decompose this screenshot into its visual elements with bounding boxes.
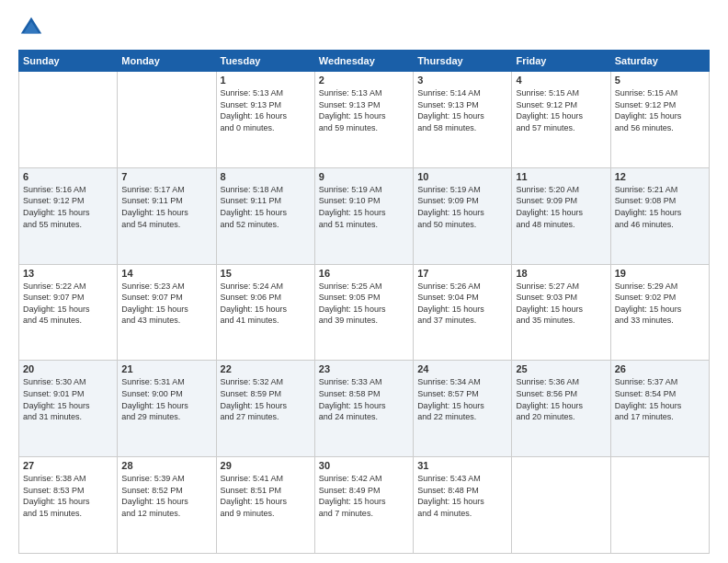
day-number: 11 xyxy=(516,171,606,182)
day-number: 30 xyxy=(319,460,409,471)
cell-content: Sunrise: 5:33 AM Sunset: 8:58 PM Dayligh… xyxy=(319,376,409,422)
calendar-cell: 18Sunrise: 5:27 AM Sunset: 9:03 PM Dayli… xyxy=(512,264,610,361)
day-number: 9 xyxy=(319,171,409,182)
day-number: 26 xyxy=(615,363,705,374)
day-number: 24 xyxy=(417,363,507,374)
cell-content: Sunrise: 5:17 AM Sunset: 9:11 PM Dayligh… xyxy=(121,184,211,230)
day-number: 27 xyxy=(23,460,113,471)
day-number: 15 xyxy=(221,268,311,279)
day-number: 17 xyxy=(417,268,507,279)
day-header-row: SundayMondayTuesdayWednesdayThursdayFrid… xyxy=(19,51,710,72)
calendar-cell: 19Sunrise: 5:29 AM Sunset: 9:02 PM Dayli… xyxy=(610,264,709,361)
calendar-cell xyxy=(118,72,216,168)
cell-content: Sunrise: 5:36 AM Sunset: 8:56 PM Dayligh… xyxy=(516,376,606,422)
day-number: 28 xyxy=(121,460,211,471)
cell-content: Sunrise: 5:13 AM Sunset: 9:13 PM Dayligh… xyxy=(221,87,311,133)
cell-content: Sunrise: 5:37 AM Sunset: 8:54 PM Dayligh… xyxy=(615,376,705,422)
day-number: 13 xyxy=(23,268,113,279)
cell-content: Sunrise: 5:24 AM Sunset: 9:06 PM Dayligh… xyxy=(221,281,311,327)
calendar-cell: 5Sunrise: 5:15 AM Sunset: 9:12 PM Daylig… xyxy=(610,72,709,168)
calendar-cell: 30Sunrise: 5:42 AM Sunset: 8:49 PM Dayli… xyxy=(314,457,413,554)
day-number: 18 xyxy=(516,268,606,279)
calendar-cell: 17Sunrise: 5:26 AM Sunset: 9:04 PM Dayli… xyxy=(414,264,512,361)
cell-content: Sunrise: 5:43 AM Sunset: 8:48 PM Dayligh… xyxy=(417,473,507,519)
calendar-cell: 20Sunrise: 5:30 AM Sunset: 9:01 PM Dayli… xyxy=(19,361,118,457)
week-row-4: 20Sunrise: 5:30 AM Sunset: 9:01 PM Dayli… xyxy=(19,361,710,457)
week-row-5: 27Sunrise: 5:38 AM Sunset: 8:53 PM Dayli… xyxy=(19,457,710,554)
week-row-3: 13Sunrise: 5:22 AM Sunset: 9:07 PM Dayli… xyxy=(19,264,710,361)
calendar-cell: 26Sunrise: 5:37 AM Sunset: 8:54 PM Dayli… xyxy=(610,361,709,457)
cell-content: Sunrise: 5:19 AM Sunset: 9:09 PM Dayligh… xyxy=(417,184,507,230)
calendar-cell: 8Sunrise: 5:18 AM Sunset: 9:11 PM Daylig… xyxy=(216,167,314,264)
day-header-wednesday: Wednesday xyxy=(314,51,413,72)
day-number: 25 xyxy=(516,363,606,374)
day-number: 5 xyxy=(615,75,705,86)
page: SundayMondayTuesdayWednesdayThursdayFrid… xyxy=(0,0,728,563)
day-number: 1 xyxy=(221,75,311,86)
day-number: 6 xyxy=(23,171,113,182)
calendar-cell: 6Sunrise: 5:16 AM Sunset: 9:12 PM Daylig… xyxy=(19,167,118,264)
calendar-cell xyxy=(512,457,610,554)
calendar-cell: 21Sunrise: 5:31 AM Sunset: 9:00 PM Dayli… xyxy=(118,361,216,457)
calendar-cell: 2Sunrise: 5:13 AM Sunset: 9:13 PM Daylig… xyxy=(314,72,413,168)
day-header-monday: Monday xyxy=(118,51,216,72)
cell-content: Sunrise: 5:39 AM Sunset: 8:52 PM Dayligh… xyxy=(121,473,211,519)
calendar-cell: 16Sunrise: 5:25 AM Sunset: 9:05 PM Dayli… xyxy=(314,264,413,361)
calendar-cell: 12Sunrise: 5:21 AM Sunset: 9:08 PM Dayli… xyxy=(610,167,709,264)
cell-content: Sunrise: 5:21 AM Sunset: 9:08 PM Dayligh… xyxy=(615,184,705,230)
calendar-cell: 27Sunrise: 5:38 AM Sunset: 8:53 PM Dayli… xyxy=(19,457,118,554)
day-number: 10 xyxy=(417,171,507,182)
cell-content: Sunrise: 5:15 AM Sunset: 9:12 PM Dayligh… xyxy=(516,87,606,133)
cell-content: Sunrise: 5:26 AM Sunset: 9:04 PM Dayligh… xyxy=(417,281,507,327)
cell-content: Sunrise: 5:22 AM Sunset: 9:07 PM Dayligh… xyxy=(23,281,113,327)
day-header-thursday: Thursday xyxy=(414,51,512,72)
calendar-cell: 9Sunrise: 5:19 AM Sunset: 9:10 PM Daylig… xyxy=(314,167,413,264)
week-row-2: 6Sunrise: 5:16 AM Sunset: 9:12 PM Daylig… xyxy=(19,167,710,264)
calendar-cell xyxy=(19,72,118,168)
cell-content: Sunrise: 5:27 AM Sunset: 9:03 PM Dayligh… xyxy=(516,281,606,327)
cell-content: Sunrise: 5:42 AM Sunset: 8:49 PM Dayligh… xyxy=(319,473,409,519)
calendar-cell: 3Sunrise: 5:14 AM Sunset: 9:13 PM Daylig… xyxy=(414,72,512,168)
day-number: 22 xyxy=(221,363,311,374)
cell-content: Sunrise: 5:20 AM Sunset: 9:09 PM Dayligh… xyxy=(516,184,606,230)
calendar-cell: 11Sunrise: 5:20 AM Sunset: 9:09 PM Dayli… xyxy=(512,167,610,264)
day-number: 3 xyxy=(417,75,507,86)
calendar-cell: 31Sunrise: 5:43 AM Sunset: 8:48 PM Dayli… xyxy=(414,457,512,554)
day-header-tuesday: Tuesday xyxy=(216,51,314,72)
calendar-cell: 13Sunrise: 5:22 AM Sunset: 9:07 PM Dayli… xyxy=(19,264,118,361)
calendar-cell xyxy=(610,457,709,554)
cell-content: Sunrise: 5:18 AM Sunset: 9:11 PM Dayligh… xyxy=(221,184,311,230)
calendar-cell: 28Sunrise: 5:39 AM Sunset: 8:52 PM Dayli… xyxy=(118,457,216,554)
cell-content: Sunrise: 5:38 AM Sunset: 8:53 PM Dayligh… xyxy=(23,473,113,519)
calendar-cell: 23Sunrise: 5:33 AM Sunset: 8:58 PM Dayli… xyxy=(314,361,413,457)
day-number: 29 xyxy=(221,460,311,471)
calendar-cell: 15Sunrise: 5:24 AM Sunset: 9:06 PM Dayli… xyxy=(216,264,314,361)
day-number: 31 xyxy=(417,460,507,471)
cell-content: Sunrise: 5:30 AM Sunset: 9:01 PM Dayligh… xyxy=(23,376,113,422)
day-number: 4 xyxy=(516,75,606,86)
calendar-cell: 7Sunrise: 5:17 AM Sunset: 9:11 PM Daylig… xyxy=(118,167,216,264)
cell-content: Sunrise: 5:41 AM Sunset: 8:51 PM Dayligh… xyxy=(221,473,311,519)
day-number: 7 xyxy=(121,171,211,182)
cell-content: Sunrise: 5:23 AM Sunset: 9:07 PM Dayligh… xyxy=(121,281,211,327)
day-number: 12 xyxy=(615,171,705,182)
day-header-friday: Friday xyxy=(512,51,610,72)
day-header-saturday: Saturday xyxy=(610,51,709,72)
calendar-cell: 10Sunrise: 5:19 AM Sunset: 9:09 PM Dayli… xyxy=(414,167,512,264)
calendar-cell: 25Sunrise: 5:36 AM Sunset: 8:56 PM Dayli… xyxy=(512,361,610,457)
day-number: 2 xyxy=(319,75,409,86)
cell-content: Sunrise: 5:25 AM Sunset: 9:05 PM Dayligh… xyxy=(319,281,409,327)
logo-icon xyxy=(18,15,44,40)
cell-content: Sunrise: 5:15 AM Sunset: 9:12 PM Dayligh… xyxy=(615,87,705,133)
day-number: 21 xyxy=(121,363,211,374)
day-number: 23 xyxy=(319,363,409,374)
day-number: 19 xyxy=(615,268,705,279)
header xyxy=(18,15,710,40)
day-number: 8 xyxy=(221,171,311,182)
calendar-table: SundayMondayTuesdayWednesdayThursdayFrid… xyxy=(18,50,710,554)
calendar-cell: 24Sunrise: 5:34 AM Sunset: 8:57 PM Dayli… xyxy=(414,361,512,457)
day-number: 16 xyxy=(319,268,409,279)
cell-content: Sunrise: 5:29 AM Sunset: 9:02 PM Dayligh… xyxy=(615,281,705,327)
week-row-1: 1Sunrise: 5:13 AM Sunset: 9:13 PM Daylig… xyxy=(19,72,710,168)
calendar-cell: 22Sunrise: 5:32 AM Sunset: 8:59 PM Dayli… xyxy=(216,361,314,457)
